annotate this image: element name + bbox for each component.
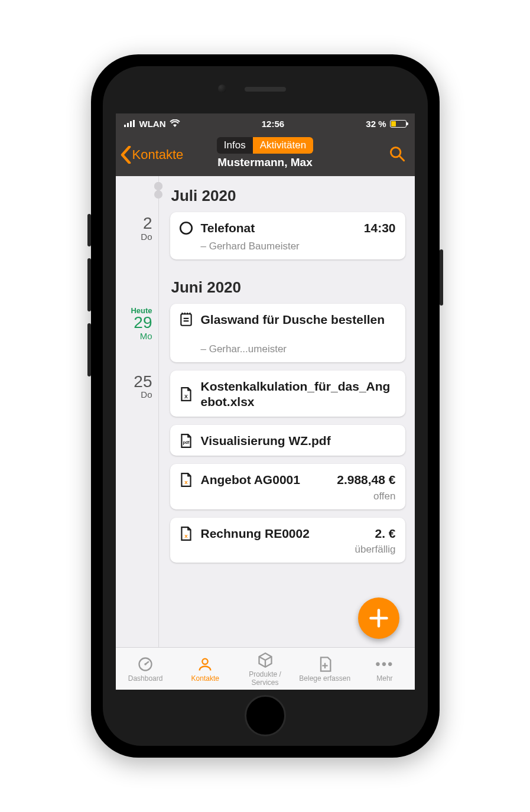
item-time: 14:30 bbox=[364, 221, 396, 235]
svg-rect-2 bbox=[130, 121, 132, 127]
more-icon: ••• bbox=[375, 655, 394, 673]
timeline-dot bbox=[154, 182, 162, 190]
item-author: – Gerhard Baumeister bbox=[178, 236, 396, 252]
list-item[interactable]: 25 Do X Kostenkalkulation_für_das_Angebo… bbox=[116, 371, 415, 417]
svg-rect-0 bbox=[124, 125, 126, 127]
note-icon bbox=[178, 312, 194, 327]
item-title: Telefonat bbox=[201, 220, 357, 236]
back-label: Kontakte bbox=[132, 147, 184, 163]
file-pdf-icon: pdf bbox=[178, 433, 194, 449]
search-button[interactable] bbox=[389, 145, 405, 164]
list-item[interactable]: 2 Do Telefonat 14:30 – Gerhard Baumeiste… bbox=[116, 212, 415, 259]
screen: WLAN 12:56 32 % Kontakte bbox=[116, 113, 415, 690]
gauge-icon bbox=[116, 655, 175, 673]
segmented-control[interactable]: Infos Aktivitäten bbox=[217, 137, 313, 154]
status-bar: WLAN 12:56 32 % bbox=[116, 113, 415, 134]
svg-point-19 bbox=[203, 658, 208, 664]
date-col: Heute 29 Mo bbox=[116, 304, 161, 341]
svg-point-6 bbox=[180, 222, 192, 234]
date-num: 2 bbox=[116, 215, 152, 233]
call-icon bbox=[178, 220, 194, 236]
file-offer-icon: x bbox=[178, 472, 194, 488]
svg-rect-7 bbox=[181, 314, 191, 326]
date-weekday: Mo bbox=[116, 331, 152, 341]
back-button[interactable]: Kontakte bbox=[121, 146, 184, 164]
device-frame: WLAN 12:56 32 % Kontakte bbox=[91, 54, 440, 758]
date-weekday: Do bbox=[116, 232, 152, 242]
item-amount: 2.988,48 € bbox=[337, 473, 395, 487]
tab-label: Dashboard bbox=[128, 674, 163, 683]
svg-point-18 bbox=[144, 663, 147, 665]
tab-bar: Dashboard Kontakte Produkte / Services B… bbox=[116, 647, 415, 690]
timeline-dot bbox=[156, 190, 161, 195]
tab-mehr[interactable]: ••• Mehr bbox=[355, 655, 414, 683]
svg-text:x: x bbox=[184, 532, 188, 538]
date-weekday: Do bbox=[116, 389, 152, 399]
item-author: – Gerhar...umeister bbox=[178, 328, 396, 355]
activity-list[interactable]: Juli 2020 2 Do Telefonat 14:30 bbox=[116, 176, 415, 647]
tab-kontakte[interactable]: Kontakte bbox=[175, 655, 235, 683]
tab-label: Produkte / Services bbox=[249, 670, 281, 687]
list-item[interactable]: pdf Visualisierung WZ.pdf bbox=[116, 425, 415, 456]
box-icon bbox=[235, 651, 295, 669]
seg-activities[interactable]: Aktivitäten bbox=[253, 137, 313, 154]
date-col: 25 Do bbox=[116, 371, 161, 400]
list-item[interactable]: Heute 29 Mo Glaswand für Dusche bestelle… bbox=[116, 304, 415, 362]
timeline-line bbox=[158, 176, 159, 647]
person-icon bbox=[175, 655, 235, 673]
seg-infos[interactable]: Infos bbox=[217, 137, 253, 154]
item-status: offen bbox=[178, 488, 396, 502]
file-xlsx-icon: X bbox=[178, 386, 194, 402]
item-title: Rechnung RE0002 bbox=[201, 526, 368, 541]
search-icon bbox=[389, 145, 405, 162]
nav-header: Kontakte Infos Aktivitäten Mustermann, M… bbox=[116, 134, 415, 176]
svg-text:X: X bbox=[184, 393, 188, 399]
add-button[interactable] bbox=[358, 597, 399, 639]
item-title: Angebot AG0001 bbox=[201, 472, 330, 488]
battery-pct: 32 % bbox=[366, 119, 386, 129]
tab-label: Belege erfassen bbox=[299, 674, 350, 683]
item-status: überfällig bbox=[178, 541, 396, 556]
status-time: 12:56 bbox=[180, 119, 366, 129]
item-title: Visualisierung WZ.pdf bbox=[201, 433, 396, 449]
section-june: Juni 2020 bbox=[116, 268, 415, 304]
item-title: Glaswand für Dusche bestellen bbox=[201, 312, 396, 327]
chevron-left-icon bbox=[121, 146, 131, 164]
home-button[interactable] bbox=[245, 695, 286, 736]
svg-rect-1 bbox=[127, 123, 129, 127]
page-title: Mustermann, Max bbox=[177, 156, 354, 169]
tab-label: Kontakte bbox=[191, 674, 219, 683]
svg-rect-3 bbox=[133, 120, 135, 127]
list-item[interactable]: x Angebot AG0001 2.988,48 € offen bbox=[116, 464, 415, 509]
date-num: 25 bbox=[116, 373, 152, 391]
wlan-label: WLAN bbox=[139, 119, 166, 129]
svg-line-5 bbox=[399, 156, 404, 161]
plus-icon bbox=[368, 608, 389, 629]
list-item[interactable]: x Rechnung RE0002 2. € überfällig bbox=[116, 518, 415, 563]
file-invoice-icon: x bbox=[178, 526, 194, 541]
svg-text:x: x bbox=[184, 479, 188, 485]
tab-label: Mehr bbox=[376, 674, 392, 683]
receipt-icon bbox=[295, 655, 355, 673]
battery-icon bbox=[390, 120, 407, 128]
tab-dashboard[interactable]: Dashboard bbox=[116, 655, 175, 683]
signal-icon bbox=[124, 120, 136, 127]
tab-belege[interactable]: Belege erfassen bbox=[295, 655, 355, 683]
wifi-icon bbox=[170, 119, 180, 128]
tab-produkte[interactable]: Produkte / Services bbox=[235, 651, 295, 687]
date-col: 2 Do bbox=[116, 212, 161, 242]
date-num: 29 bbox=[116, 314, 152, 332]
svg-text:pdf: pdf bbox=[183, 441, 190, 446]
item-amount: 2. € bbox=[375, 527, 395, 541]
item-title: Kostenkalkulation_für_das_Angebot.xlsx bbox=[201, 379, 396, 410]
